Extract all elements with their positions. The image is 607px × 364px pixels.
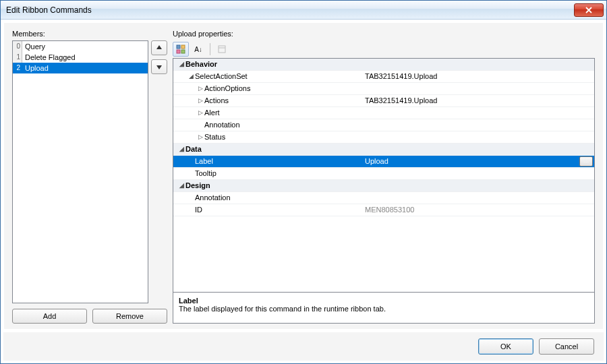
- svg-rect-0: [177, 45, 180, 49]
- dialog-footer: OK Cancel: [3, 332, 604, 361]
- member-index: 2: [13, 63, 22, 73]
- member-item[interactable]: 0Query: [13, 41, 148, 52]
- cancel-button[interactable]: Cancel: [539, 338, 594, 355]
- member-item[interactable]: 2Upload: [13, 63, 148, 73]
- alphabetical-button[interactable]: A↓: [190, 42, 206, 57]
- window-title: Edit Ribbon Commands: [6, 5, 574, 15]
- ellipsis-button[interactable]: …: [579, 156, 593, 166]
- expand-icon: ▷: [196, 83, 204, 94]
- property-value[interactable]: Upload…: [362, 156, 594, 167]
- property-row[interactable]: ▷Status: [173, 131, 594, 144]
- member-item[interactable]: 1Delete Flagged: [13, 52, 148, 63]
- remove-button[interactable]: Remove: [92, 309, 167, 324]
- property-name: Annotation: [173, 192, 362, 204]
- collapse-icon: ◢: [187, 71, 195, 82]
- member-index: 0: [13, 41, 22, 52]
- arrow-down-icon: [156, 63, 163, 70]
- property-value[interactable]: [362, 107, 594, 119]
- description-panel: Label The label displayed for this comma…: [173, 293, 595, 324]
- property-name: ◢SelectActionSet: [173, 71, 362, 82]
- svg-rect-2: [177, 50, 180, 53]
- property-name: ▷ActionOptions: [173, 83, 362, 94]
- sort-az-icon: A↓: [194, 46, 202, 53]
- property-category[interactable]: ◢Data: [173, 144, 594, 156]
- property-row[interactable]: ◢SelectActionSetTAB32151419.Upload: [173, 71, 594, 83]
- property-name: Tooltip: [173, 168, 362, 179]
- property-name: Annotation: [173, 119, 362, 131]
- property-grid[interactable]: ◢Behavior◢SelectActionSetTAB32151419.Upl…: [173, 58, 595, 293]
- property-row[interactable]: Annotation: [173, 192, 594, 204]
- property-name: ◢Design: [173, 180, 362, 191]
- property-row[interactable]: ▷ActionsTAB32151419.Upload: [173, 95, 594, 107]
- members-pane: Members: 0Query1Delete Flagged2Upload Ad…: [12, 30, 167, 324]
- property-name: ▷Alert: [173, 107, 362, 119]
- expand-icon: ▷: [196, 95, 204, 107]
- move-down-button[interactable]: [151, 59, 167, 74]
- property-name: ▷Status: [173, 131, 362, 143]
- property-row[interactable]: ▷ActionOptions: [173, 83, 594, 95]
- collapse-icon: ◢: [177, 144, 185, 155]
- collapse-icon: ◢: [177, 180, 185, 191]
- close-icon: [585, 7, 592, 13]
- property-row[interactable]: Tooltip: [173, 168, 594, 180]
- dialog-window: Edit Ribbon Commands Members: 0Query1Del…: [0, 0, 607, 364]
- property-row[interactable]: Annotation: [173, 119, 594, 131]
- arrow-up-icon: [156, 44, 163, 51]
- property-name: ▷Actions: [173, 95, 362, 107]
- property-name: ◢Data: [173, 144, 362, 155]
- property-category[interactable]: ◢Behavior: [173, 59, 594, 71]
- property-value[interactable]: [362, 168, 594, 179]
- property-row[interactable]: LabelUpload…: [173, 156, 594, 168]
- member-name: Query: [22, 41, 148, 52]
- expand-icon: ▷: [196, 131, 204, 143]
- description-text: The label displayed for this command in …: [179, 305, 589, 313]
- add-button[interactable]: Add: [12, 309, 87, 324]
- expand-icon: ▷: [196, 107, 204, 119]
- property-value[interactable]: TAB32151419.Upload: [362, 71, 594, 82]
- property-value[interactable]: [362, 83, 594, 94]
- toolbar-separator: [210, 43, 210, 55]
- properties-label: Upload properties:: [173, 30, 595, 38]
- svg-rect-3: [181, 50, 185, 53]
- property-pages-button[interactable]: [214, 42, 230, 57]
- close-button[interactable]: [574, 3, 604, 17]
- content-area: Members: 0Query1Delete Flagged2Upload Ad…: [3, 22, 604, 330]
- property-value[interactable]: [362, 131, 594, 143]
- categorized-icon: [176, 44, 185, 54]
- property-value[interactable]: MEN80853100: [362, 204, 594, 216]
- member-name: Upload: [22, 63, 148, 73]
- collapse-icon: ◢: [177, 59, 185, 70]
- member-index: 1: [13, 52, 22, 63]
- property-value[interactable]: [362, 119, 594, 131]
- property-name: ◢Behavior: [173, 59, 362, 70]
- move-up-button[interactable]: [151, 40, 167, 55]
- property-row[interactable]: IDMEN80853100: [173, 204, 594, 216]
- properties-pane: Upload properties: A↓ ◢Behavior◢SelectAc…: [173, 30, 595, 324]
- members-label: Members:: [12, 30, 167, 38]
- property-value[interactable]: [362, 192, 594, 204]
- member-name: Delete Flagged: [22, 52, 148, 63]
- propgrid-toolbar: A↓: [173, 40, 595, 58]
- svg-rect-4: [219, 46, 225, 53]
- reorder-buttons: [151, 40, 167, 305]
- svg-rect-1: [181, 45, 185, 49]
- property-category[interactable]: ◢Design: [173, 180, 594, 192]
- categorized-button[interactable]: [173, 42, 189, 57]
- property-name: Label: [173, 156, 362, 167]
- members-list[interactable]: 0Query1Delete Flagged2Upload: [12, 40, 148, 303]
- description-title: Label: [179, 297, 589, 305]
- property-value[interactable]: TAB32151419.Upload: [362, 95, 594, 107]
- property-name: ID: [173, 204, 362, 216]
- titlebar: Edit Ribbon Commands: [1, 1, 606, 20]
- ok-button[interactable]: OK: [478, 338, 533, 355]
- property-row[interactable]: ▷Alert: [173, 107, 594, 119]
- pages-icon: [217, 44, 227, 54]
